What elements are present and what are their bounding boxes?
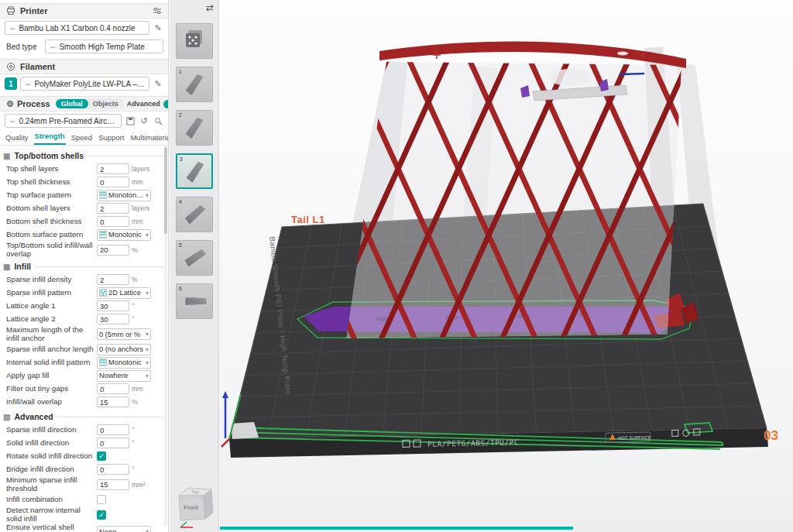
axis-x (221, 439, 229, 447)
scope-objects[interactable]: Objects (88, 99, 123, 108)
process-header-label: Process (17, 99, 50, 108)
bed-type-select[interactable]: ∼ Smooth High Temp Plate (45, 39, 163, 53)
setting-input[interactable] (97, 274, 129, 285)
tab-speed[interactable]: Speed (70, 133, 93, 145)
setting-row: Apply gap fill Nowhere▾ (0, 369, 168, 382)
tab-strength[interactable]: Strength (34, 132, 66, 145)
printer-preset-select[interactable]: ∼ Bambu Lab X1 Carbon 0.4 nozzle (5, 21, 149, 35)
setting-row: Lattice angle 2 ° (0, 313, 168, 325)
revert-preset-icon[interactable]: ↺ (139, 115, 149, 126)
setting-select[interactable]: Monotonic▾ (97, 229, 151, 241)
setting-input[interactable] (97, 216, 129, 227)
advanced-label: Advanced (127, 100, 160, 108)
orientation-cube[interactable]: Top Front (171, 483, 218, 531)
chevron-down-icon: ▾ (146, 346, 149, 353)
nav-cube-top-label[interactable]: Top (191, 489, 199, 494)
setting-input[interactable] (97, 314, 129, 324)
plate-thumbnail-1[interactable]: 1 (176, 67, 213, 102)
scope-global[interactable]: Global (56, 99, 88, 108)
plate-thumbnail-4[interactable]: 4 (176, 197, 213, 232)
setting-row: Lattice angle 1 ° (0, 300, 168, 312)
plate-thumbnail-render (183, 160, 209, 186)
setting-unit: ° (132, 302, 152, 310)
setting-row: Top surface pattern Monotonic ...▾ (0, 189, 168, 201)
filament-header-label: Filament (20, 62, 55, 71)
setting-select[interactable]: 0 (no anchors▾ (97, 344, 151, 355)
edit-filament-icon[interactable]: ✎ (153, 78, 163, 89)
pattern-swatch-icon (99, 289, 107, 297)
setting-unit: ° (132, 465, 152, 473)
search-settings-icon[interactable] (153, 115, 163, 126)
setting-input[interactable] (97, 383, 129, 394)
process-preset-select[interactable]: ∼ 0.24mm Pre-Foamed Aircraft - Bambu (5, 114, 122, 128)
setting-unit: mm (132, 218, 152, 225)
settings-panel: Printer ∼ Bambu Lab X1 Carbon 0.4 nozzle… (0, 0, 169, 532)
section-title: Top/bottom shells (14, 151, 84, 160)
cube-axis-y (180, 522, 187, 527)
setting-input[interactable] (97, 177, 129, 187)
setting-input[interactable] (97, 300, 129, 311)
plate-thumbnail-6[interactable]: 6 (176, 283, 213, 319)
section-header-advanced: ▧ Advanced (3, 411, 163, 422)
edit-printer-icon[interactable]: ✎ (153, 22, 163, 33)
setting-select[interactable]: Nowhere▾ (97, 370, 151, 382)
plate-overview-thumbnail[interactable] (176, 23, 213, 59)
tab-support[interactable]: Support (98, 133, 125, 145)
rotate-solid-infill-checkbox[interactable] (97, 451, 106, 461)
infill-combination-checkbox[interactable] (97, 495, 106, 504)
printer-header-label: Printer (20, 6, 47, 15)
setting-select[interactable]: 0 (5mm or %▾ (97, 328, 151, 340)
setting-row: Rotate solid infill direction (0, 450, 168, 462)
setting-label: Infill combination (6, 496, 97, 504)
setting-select[interactable]: 2D Lattice▾ (97, 287, 151, 299)
plate-thumbnail-5[interactable]: 5 (176, 240, 213, 276)
pattern-swatch-icon (99, 191, 107, 199)
setting-label: Top/Bottom solid infill/wall overlap (6, 242, 97, 258)
filament-preset-select[interactable]: ∼ PolyMaker PolyLite LW-PLA – Bambu (20, 77, 149, 91)
setting-label: Rotate solid infill direction (6, 452, 97, 461)
tab-multimaterial[interactable]: Multimaterial (129, 133, 168, 145)
plate-thumbnail-strip: ⇄ 1 2 3 4 5 6 Top Front (170, 0, 219, 532)
plate-thumbnail-2[interactable]: 2 (176, 110, 213, 146)
section-header-shells: ▣ Top/bottom shells (3, 150, 163, 161)
setting-label: Solid infill direction (6, 439, 97, 448)
bottom-progress-bar[interactable] (220, 527, 573, 530)
viewport-3d[interactable]: Bambu Smooth PEI Plate / High Temp Plate… (220, 0, 793, 532)
setting-input[interactable] (97, 396, 129, 407)
process-preset-value: 0.24mm Pre-Foamed Aircraft - Bambu (19, 117, 117, 125)
setting-select[interactable]: Monotonic▾ (97, 357, 151, 369)
setting-label: Apply gap fill (6, 372, 97, 380)
setting-input[interactable] (97, 245, 129, 256)
object-label[interactable]: Tail L1 (291, 214, 325, 225)
pattern-swatch-icon (99, 231, 107, 239)
setting-input[interactable] (97, 479, 129, 490)
advanced-toggle[interactable] (163, 100, 169, 108)
setting-row: Bridge infill direction ° (0, 463, 168, 475)
panel-scrollbar[interactable] (164, 146, 167, 527)
printer-settings-icon[interactable] (153, 6, 162, 15)
tab-quality[interactable]: Quality (5, 133, 29, 145)
setting-row: Filter out tiny gaps mm (0, 383, 168, 395)
plate-thumbnail-3[interactable]: 3 (176, 153, 213, 189)
scope-switch[interactable]: Global Objects (55, 98, 124, 109)
setting-select[interactable]: None▾ (97, 526, 151, 532)
filament-slot-badge[interactable]: 1 (5, 77, 17, 90)
setting-input[interactable] (97, 203, 129, 214)
collapse-panel-icon[interactable]: ⇄ (206, 2, 214, 13)
pattern-swatch-icon (99, 359, 107, 366)
setting-input[interactable] (97, 424, 129, 435)
setting-row: Top shell thickness mm (0, 176, 168, 188)
setting-unit: % (132, 398, 152, 406)
setting-label: Bridge infill direction (6, 465, 97, 474)
save-preset-icon[interactable] (125, 115, 136, 126)
setting-label: Bottom shell thickness (6, 218, 97, 226)
setting-input[interactable] (97, 464, 129, 475)
nav-cube-front-label[interactable]: Front (184, 504, 198, 511)
setting-input[interactable] (97, 163, 129, 174)
setting-select[interactable]: Monotonic ...▾ (97, 190, 151, 201)
detect-narrow-infill-checkbox[interactable] (97, 510, 106, 520)
setting-label: Top shell layers (6, 165, 97, 173)
setting-input[interactable] (97, 438, 129, 448)
plate-number-label[interactable]: 03 (764, 428, 778, 443)
setting-label: Sparse infill direction (6, 426, 97, 434)
